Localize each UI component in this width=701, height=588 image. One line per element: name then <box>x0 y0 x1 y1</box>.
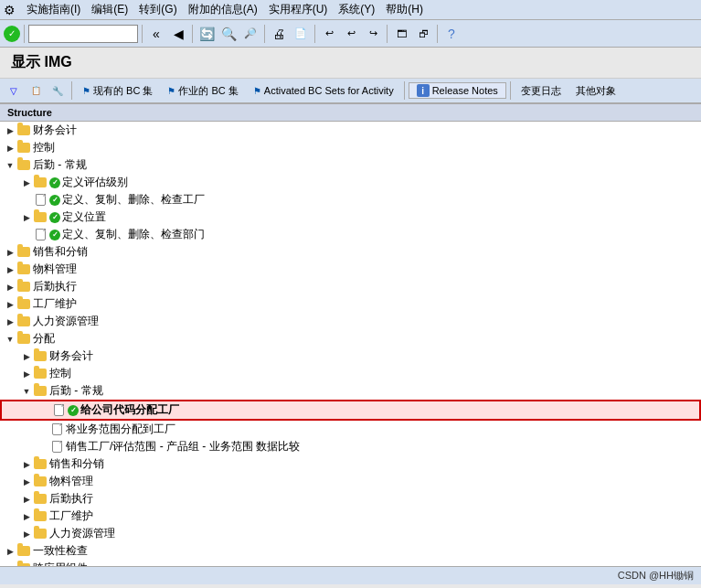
tree-row[interactable]: ✓定义、复制、删除、检查部门 <box>0 226 701 243</box>
bc-activated-btn[interactable]: ⚑ Activated BC Sets for Activity <box>247 83 400 98</box>
tree-arrow-icon[interactable]: ▶ <box>20 350 33 363</box>
folder-icon <box>16 246 31 259</box>
back-icon[interactable]: « <box>146 24 166 44</box>
menu-item-system[interactable]: 系统(Y) <box>333 1 380 18</box>
tree-node-label: 后勤执行 <box>49 491 93 507</box>
bc-icon1[interactable]: ▽ <box>4 80 24 101</box>
tree-row[interactable]: ▶工厂维护 <box>0 508 701 525</box>
tree-row[interactable]: ▶人力资源管理 <box>0 313 701 330</box>
status-text: CSDN @HH锄铜 <box>618 569 694 583</box>
tree-row[interactable]: ▶销售和分销 <box>0 243 701 261</box>
tree-row[interactable]: ▶跨应用组件 <box>0 560 701 566</box>
folder-icon <box>16 159 31 172</box>
tree-row[interactable]: ▶财务会计 <box>0 347 701 365</box>
menu-item-edit[interactable]: 编辑(E) <box>86 1 133 18</box>
tree-row[interactable]: ▶物料管理 <box>0 261 701 278</box>
menu-item-help[interactable]: 帮助(H) <box>380 1 429 18</box>
tree-arrow-icon[interactable]: ▼ <box>4 159 16 172</box>
tree-row[interactable]: ▶一致性检查 <box>0 542 701 560</box>
menu-item-utilities[interactable]: 实用程序(U) <box>263 1 334 18</box>
window2-icon[interactable]: 🗗 <box>413 24 433 44</box>
tree-row[interactable]: ▼后勤 - 常规 <box>0 382 701 400</box>
tree-arrow-icon[interactable]: ▶ <box>4 315 16 328</box>
tree-node-label: 销售工厂/评估范围 - 产品组 - 业务范围 数据比较 <box>66 439 300 454</box>
tree-arrow-icon[interactable]: ▼ <box>20 385 33 398</box>
tree-arrow-icon[interactable]: ▶ <box>4 263 16 276</box>
doc-icon <box>49 423 64 436</box>
undo-icon[interactable]: ↩ <box>319 24 339 44</box>
tree-node-label: 人力资源管理 <box>33 314 99 329</box>
tree-arrow-icon <box>37 441 49 454</box>
tree-arrow-icon[interactable]: ▶ <box>20 458 33 471</box>
print2-icon[interactable]: 📄 <box>291 24 311 44</box>
tree-arrow-icon[interactable]: ▶ <box>4 142 16 155</box>
search2-icon[interactable]: 🔎 <box>240 24 260 44</box>
tree-arrow-icon[interactable]: ▶ <box>20 211 33 224</box>
bc-icon3[interactable]: 🔧 <box>48 80 68 101</box>
tree-arrow-icon[interactable]: ▼ <box>4 333 16 346</box>
tree-node-label: 工厂维护 <box>33 296 77 312</box>
tree-arrow-icon[interactable]: ▶ <box>4 281 16 294</box>
undo2-icon[interactable]: ↩ <box>341 24 361 44</box>
tree-row[interactable]: ▶后勤执行 <box>0 278 701 295</box>
tree-node-label: 跨应用组件 <box>33 561 88 566</box>
tree-row[interactable]: ✓给公司代码分配工厂 <box>0 400 701 421</box>
folder-icon <box>16 545 31 558</box>
tree-arrow-icon[interactable]: ▶ <box>4 298 16 311</box>
tree-arrow-icon[interactable]: ▶ <box>20 176 33 189</box>
tree-node-label: 销售和分销 <box>33 244 88 260</box>
menu-item-goto[interactable]: 转到(G) <box>133 1 182 18</box>
command-input[interactable] <box>28 25 138 43</box>
tree-row[interactable]: ▶工厂维护 <box>0 295 701 313</box>
folder-icon <box>33 368 48 380</box>
tree-arrow-icon[interactable]: ▶ <box>20 528 33 540</box>
tree-arrow-icon[interactable]: ▶ <box>20 368 33 380</box>
help2-icon[interactable]: ? <box>441 24 462 44</box>
tree-arrow-icon[interactable]: ▶ <box>4 562 16 567</box>
folder-icon <box>16 562 31 567</box>
tree-row[interactable]: ✓定义、复制、删除、检查工厂 <box>0 191 701 208</box>
folder-icon <box>33 528 48 540</box>
redo-icon[interactable]: ↪ <box>363 24 383 44</box>
print-icon[interactable]: 🖨 <box>269 24 289 44</box>
folder-icon <box>16 124 31 137</box>
window-icon[interactable]: 🗔 <box>391 24 411 44</box>
tree-arrow-icon[interactable]: ▶ <box>20 476 33 488</box>
tree-node-label: 后勤 - 常规 <box>49 383 103 399</box>
tree-row[interactable]: 将业务范围分配到工厂 <box>0 421 701 438</box>
folder-icon <box>33 458 48 471</box>
tree-row[interactable]: ▶物料管理 <box>0 473 701 490</box>
bc-work-btn[interactable]: ⚑ 作业的 BC 集 <box>161 82 244 100</box>
bc-changelog-btn[interactable]: 变更日志 <box>515 82 568 100</box>
tree-row[interactable]: ▶✓定义评估级别 <box>0 174 701 191</box>
doc-icon <box>33 229 48 241</box>
refresh-icon[interactable]: 🔄 <box>196 24 217 44</box>
doc-icon <box>49 441 64 454</box>
tree-arrow-icon[interactable]: ▶ <box>20 493 33 506</box>
release-notes-btn[interactable]: i Release Notes <box>409 82 506 99</box>
tree-row[interactable]: ▶人力资源管理 <box>0 525 701 542</box>
prev-icon[interactable]: ◀ <box>168 24 188 44</box>
tree-arrow-icon[interactable]: ▶ <box>4 246 16 259</box>
tree-row[interactable]: ▶财务会计 <box>0 122 701 139</box>
bc-icon2[interactable]: 📋 <box>26 80 46 101</box>
tree-row[interactable]: 销售工厂/评估范围 - 产品组 - 业务范围 数据比较 <box>0 438 701 455</box>
tree-row[interactable]: ▶控制 <box>0 139 701 156</box>
tree-row[interactable]: ▼后勤 - 常规 <box>0 156 701 174</box>
tree-row[interactable]: ▶后勤执行 <box>0 490 701 508</box>
check-icon[interactable]: ✓ <box>4 26 20 42</box>
tree-row[interactable]: ▶控制 <box>0 365 701 382</box>
page-title: 显示 IMG <box>0 48 701 79</box>
search-icon[interactable]: 🔍 <box>218 24 239 44</box>
tree-arrow-icon[interactable]: ▶ <box>4 124 16 137</box>
bc-other-btn[interactable]: 其他对象 <box>569 82 622 100</box>
menu-item-guide[interactable]: 实施指南(I) <box>21 1 86 18</box>
tree-arrow-icon[interactable]: ▶ <box>20 510 33 523</box>
tree-row[interactable]: ▼分配 <box>0 330 701 347</box>
tree-row[interactable]: ▶✓定义位置 <box>0 208 701 226</box>
bc-existing-btn[interactable]: ⚑ 现有的 BC 集 <box>76 82 159 100</box>
status-bar: CSDN @HH锄铜 <box>0 566 701 584</box>
menu-item-additional[interactable]: 附加的信息(A) <box>183 1 263 18</box>
tree-arrow-icon[interactable]: ▶ <box>4 545 16 558</box>
tree-row[interactable]: ▶销售和分销 <box>0 455 701 473</box>
